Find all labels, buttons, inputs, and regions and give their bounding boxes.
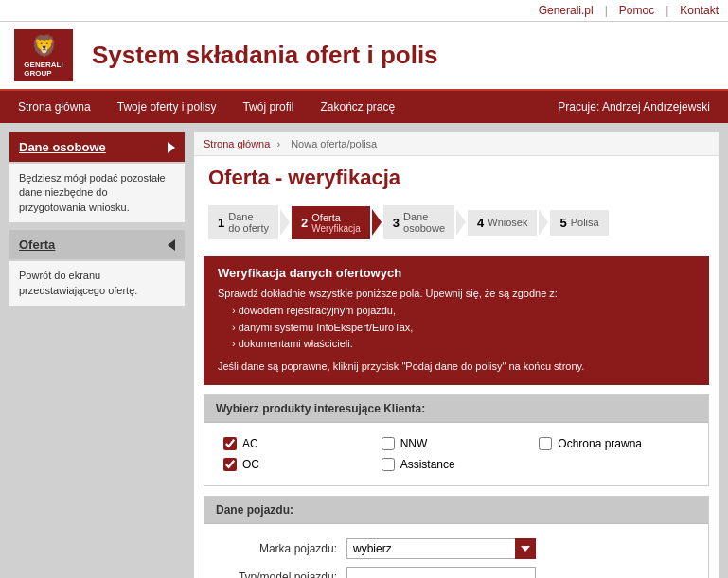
checkbox-ac-input[interactable] (223, 437, 237, 450)
content-wrapper: Dane osobowe Będziesz mógł podać pozosta… (0, 123, 728, 578)
sidebar-oferta-title: Oferta (19, 237, 55, 252)
step-3-label: Daneosobowe (403, 211, 445, 234)
checkbox-nnw-label: NNW (400, 437, 428, 450)
warning-item-2: dokumentami właścicieli. (232, 336, 695, 353)
lion-icon: 🦁 (31, 34, 57, 59)
step-4-label: Wniosek (488, 217, 527, 228)
checkbox-oc-label: OC (242, 458, 259, 471)
warning-item-1: danymi systemu InfoEkspert/EuroTax, (232, 320, 695, 337)
sidebar-dane-osobowe-desc: Będziesz mógł podać pozostałe dane niezb… (9, 164, 185, 222)
step-5-num: 5 (559, 216, 566, 230)
step-1-num: 1 (218, 216, 224, 230)
pomoc-link[interactable]: Pomoc (619, 4, 654, 17)
breadcrumb-home[interactable]: Strona główna (204, 138, 270, 149)
header: 🦁 GENERALIGROUP System składania ofert i… (0, 22, 728, 91)
vehicle-section: Dane pojazdu: Marka pojazdu: wybierz Typ… (204, 496, 709, 578)
marka-select[interactable]: wybierz (346, 538, 536, 559)
top-bar: Generali.pl | Pomoc | Kontakt (0, 0, 728, 22)
warning-box: Weryfikacja danych ofertowych Sprawdź do… (204, 256, 709, 385)
checkbox-oc: OC (223, 458, 363, 471)
step-2-num: 2 (301, 216, 308, 230)
checkbox-ochrona-label: Ochrona prawna (558, 437, 642, 450)
checkbox-assistance: Assistance (382, 458, 521, 471)
step-2-sublabel: Weryfikacja (311, 223, 361, 234)
sidebar-arrow-right (168, 142, 175, 153)
sidebar-oferta[interactable]: Oferta (9, 230, 185, 259)
checkbox-oc-input[interactable] (223, 458, 237, 471)
logo-box: 🦁 GENERALIGROUP (14, 29, 73, 81)
step-3-num: 3 (393, 216, 400, 230)
nav-user: Pracuje: Andrzej Andrzejewski (544, 91, 723, 123)
sidebar-dane-osobowe-title: Dane osobowe (19, 140, 106, 154)
warning-item-0: dowodem rejestracyjnym pojazdu, (232, 303, 695, 320)
checkbox-grid: AC NNW Ochrona prawna OC (223, 437, 678, 471)
checkbox-nnw: NNW (382, 437, 521, 450)
typmodel-label: Typ/model pojazdu: (223, 570, 346, 578)
checkbox-ac-label: AC (242, 437, 258, 450)
step-2-label: Oferta (311, 212, 341, 223)
sidebar: Dane osobowe Będziesz mógł podać pozosta… (9, 132, 185, 578)
step-5[interactable]: 5 Polisa (550, 210, 608, 236)
form-row-typmodel: Typ/model pojazdu: (223, 567, 689, 578)
step-1-label: Danedo oferty (228, 211, 269, 234)
main-nav: Strona główna Twoje oferty i polisy Twój… (0, 91, 728, 123)
step-arrow-4 (539, 209, 548, 236)
checkbox-assistance-label: Assistance (400, 458, 455, 471)
kontakt-link[interactable]: Kontakt (680, 4, 719, 17)
warning-footer: Jeśli dane są poprawne, kliknij przycisk… (218, 360, 695, 372)
nav-zakoncz[interactable]: Zakończ pracę (307, 91, 408, 123)
logo-text: GENERALIGROUP (24, 61, 62, 78)
step-arrow-2 (372, 209, 382, 236)
step-4-num: 4 (477, 216, 484, 230)
checkbox-ochrona: Ochrona prawna (539, 437, 678, 450)
breadcrumb-sep: › (276, 138, 280, 149)
products-section-body: AC NNW Ochrona prawna OC (204, 423, 708, 485)
step-1[interactable]: 1 Danedo oferty (208, 205, 278, 239)
header-title: System składania ofert i polis (92, 41, 438, 70)
generali-link[interactable]: Generali.pl (539, 4, 594, 17)
nav-profil[interactable]: Twój profil (229, 91, 307, 123)
breadcrumb: Strona główna › Nowa oferta/polisa (194, 132, 719, 156)
step-arrow-3 (456, 209, 466, 236)
page-title: Oferta - weryfikacja (194, 156, 719, 198)
nav-strona-glowna[interactable]: Strona główna (5, 91, 104, 123)
vehicle-section-header: Dane pojazdu: (204, 497, 708, 524)
sidebar-oferta-desc: Powrót do ekranu przedstawiającego ofert… (9, 261, 185, 306)
marka-select-wrapper: wybierz (346, 538, 536, 559)
steps-bar: 1 Danedo oferty 2 Oferta Weryfikacja 3 D… (194, 198, 719, 247)
sidebar-dane-osobowe[interactable]: Dane osobowe (9, 132, 185, 162)
warning-list: dowodem rejestracyjnym pojazdu, danymi s… (218, 303, 695, 353)
checkbox-assistance-input[interactable] (382, 458, 395, 471)
step-arrow-1 (280, 209, 290, 236)
logo-area: 🦁 GENERALIGROUP System składania ofert i… (14, 29, 438, 81)
step-2[interactable]: 2 Oferta Weryfikacja (292, 206, 370, 239)
step-5-label: Polisa (571, 217, 599, 228)
checkbox-nnw-input[interactable] (382, 437, 395, 450)
main-content: Strona główna › Nowa oferta/polisa Ofert… (194, 132, 719, 578)
warning-title: Weryfikacja danych ofertowych (218, 266, 695, 280)
warning-intro: Sprawdź dokładnie wszystkie poniższe pol… (218, 288, 695, 299)
checkbox-ac: AC (223, 437, 363, 450)
checkbox-ochrona-input[interactable] (539, 437, 552, 450)
form-row-marka: Marka pojazdu: wybierz (223, 538, 689, 559)
products-section-header: Wybierz produkty interesujące Klienta: (204, 395, 708, 423)
sidebar-oferta-arrow (168, 239, 175, 251)
nav-oferty[interactable]: Twoje oferty i polisy (104, 91, 230, 123)
step-4[interactable]: 4 Wniosek (468, 210, 537, 236)
breadcrumb-current: Nowa oferta/polisa (291, 138, 377, 149)
products-section: Wybierz produkty interesujące Klienta: A… (204, 394, 709, 486)
typmodel-input[interactable] (346, 567, 536, 578)
marka-label: Marka pojazdu: (223, 542, 346, 555)
vehicle-section-body: Marka pojazdu: wybierz Typ/model pojazdu… (204, 524, 708, 578)
marka-select-arrow[interactable] (515, 538, 536, 559)
step-3[interactable]: 3 Daneosobowe (383, 205, 454, 239)
